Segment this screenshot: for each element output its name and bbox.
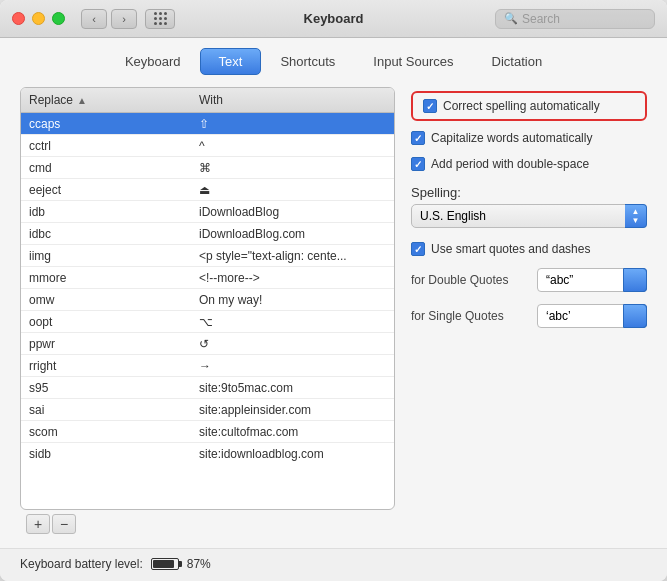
replace-cell: iimg xyxy=(21,247,191,265)
smart-quotes-row: Use smart quotes and dashes xyxy=(411,242,647,256)
table-row[interactable]: cctrl ^ xyxy=(21,135,394,157)
capitalize-checkbox[interactable] xyxy=(411,131,425,145)
add-row-button[interactable]: + xyxy=(26,514,50,534)
table-footer: + − xyxy=(20,510,395,538)
with-cell: iDownloadBlog xyxy=(191,203,394,221)
single-quotes-select-wrapper: ‘abc’ 'abc' ▲ ▼ xyxy=(537,304,647,328)
dots-icon xyxy=(154,12,167,25)
maximize-button[interactable] xyxy=(52,12,65,25)
tab-text[interactable]: Text xyxy=(200,48,262,75)
table-panel: Replace ▲ With ccaps ⇧ cctrl ^ xyxy=(20,87,395,538)
single-quotes-label: for Single Quotes xyxy=(411,309,531,323)
table-row[interactable]: eeject ⏏ xyxy=(21,179,394,201)
smart-quotes-checkbox[interactable] xyxy=(411,242,425,256)
battery-fill xyxy=(153,560,174,568)
table-row[interactable]: mmore <!--more--> xyxy=(21,267,394,289)
table-row[interactable]: sai site:appleinsider.com xyxy=(21,399,394,421)
replace-cell: ppwr xyxy=(21,335,191,353)
forward-button[interactable]: › xyxy=(111,9,137,29)
replace-cell: sai xyxy=(21,401,191,419)
nav-buttons: ‹ › xyxy=(81,9,137,29)
tab-keyboard[interactable]: Keyboard xyxy=(106,48,200,75)
close-button[interactable] xyxy=(12,12,25,25)
battery-body xyxy=(151,558,179,570)
table-row[interactable]: oopt ⌥ xyxy=(21,311,394,333)
add-period-label: Add period with double-space xyxy=(431,157,589,171)
with-cell: site:cultofmac.com xyxy=(191,423,394,441)
replace-cell: rright xyxy=(21,357,191,375)
table-row[interactable]: scom site:cultofmac.com xyxy=(21,421,394,443)
with-cell: site:idownloadblog.com xyxy=(191,445,394,463)
replace-header: Replace ▲ xyxy=(21,88,191,112)
table-row[interactable]: ccaps ⇧ xyxy=(21,113,394,135)
capitalize-label: Capitalize words automatically xyxy=(431,131,592,145)
with-cell: ⏏ xyxy=(191,181,394,199)
table-header: Replace ▲ With xyxy=(21,88,394,113)
remove-row-button[interactable]: − xyxy=(52,514,76,534)
correct-spelling-checkbox[interactable] xyxy=(423,99,437,113)
double-quotes-select-wrapper: “abc” "abc" ▲ ▼ xyxy=(537,268,647,292)
bottom-bar: Keyboard battery level: 87% xyxy=(0,548,667,581)
tabbar: Keyboard Text Shortcuts Input Sources Di… xyxy=(0,38,667,75)
table-row[interactable]: sidb site:idownloadblog.com xyxy=(21,443,394,463)
add-period-row: Add period with double-space xyxy=(411,155,647,173)
right-panel: Correct spelling automatically Capitaliz… xyxy=(411,87,647,538)
battery-icon xyxy=(151,558,179,570)
battery-label: Keyboard battery level: xyxy=(20,557,143,571)
with-cell: ^ xyxy=(191,137,394,155)
table-row[interactable]: idb iDownloadBlog xyxy=(21,201,394,223)
replace-cell: cmd xyxy=(21,159,191,177)
keyboard-window: ‹ › Keyboard 🔍 Keyboard Text Shortcuts I… xyxy=(0,0,667,581)
table-row[interactable]: rright → xyxy=(21,355,394,377)
search-icon: 🔍 xyxy=(504,12,518,25)
add-period-checkbox[interactable] xyxy=(411,157,425,171)
table-row[interactable]: iimg <p style="text-align: cente... xyxy=(21,245,394,267)
double-quotes-row: for Double Quotes “abc” "abc" ▲ ▼ xyxy=(411,268,647,292)
table-row[interactable]: cmd ⌘ xyxy=(21,157,394,179)
replace-cell: ccaps xyxy=(21,115,191,133)
with-cell: On my way! xyxy=(191,291,394,309)
spelling-select-wrapper: U.S. English Automatic by Language ▲ ▼ xyxy=(411,204,647,228)
tab-input-sources[interactable]: Input Sources xyxy=(354,48,472,75)
table-body[interactable]: ccaps ⇧ cctrl ^ cmd ⌘ eeject ⏏ xyxy=(21,113,394,463)
main-content: Replace ▲ With ccaps ⇧ cctrl ^ xyxy=(0,75,667,548)
tab-dictation[interactable]: Dictation xyxy=(473,48,562,75)
with-cell: ⌥ xyxy=(191,313,394,331)
table-row[interactable]: idbc iDownloadBlog.com xyxy=(21,223,394,245)
with-cell: ⌘ xyxy=(191,159,394,177)
single-quotes-select[interactable]: ‘abc’ 'abc' xyxy=(537,304,647,328)
with-cell: <p style="text-align: cente... xyxy=(191,247,394,265)
table-row[interactable]: ppwr ↺ xyxy=(21,333,394,355)
with-cell: ⇧ xyxy=(191,115,394,133)
with-cell: site:9to5mac.com xyxy=(191,379,394,397)
table-row[interactable]: s95 site:9to5mac.com xyxy=(21,377,394,399)
dots-button[interactable] xyxy=(145,9,175,29)
search-box[interactable]: 🔍 xyxy=(495,9,655,29)
double-quotes-select[interactable]: “abc” "abc" xyxy=(537,268,647,292)
with-cell: site:appleinsider.com xyxy=(191,401,394,419)
replace-cell: mmore xyxy=(21,269,191,287)
back-button[interactable]: ‹ xyxy=(81,9,107,29)
replace-cell: oopt xyxy=(21,313,191,331)
spelling-select[interactable]: U.S. English Automatic by Language xyxy=(411,204,647,228)
text-replacement-table: Replace ▲ With ccaps ⇧ cctrl ^ xyxy=(20,87,395,510)
replace-cell: idbc xyxy=(21,225,191,243)
battery-percent: 87% xyxy=(187,557,211,571)
replace-cell: s95 xyxy=(21,379,191,397)
with-cell: ↺ xyxy=(191,335,394,353)
smart-quotes-label: Use smart quotes and dashes xyxy=(431,242,590,256)
correct-spelling-label: Correct spelling automatically xyxy=(443,99,600,113)
capitalize-row: Capitalize words automatically xyxy=(411,129,647,147)
table-row[interactable]: omw On my way! xyxy=(21,289,394,311)
minimize-button[interactable] xyxy=(32,12,45,25)
with-cell: <!--more--> xyxy=(191,269,394,287)
window-title: Keyboard xyxy=(304,11,364,26)
with-cell: iDownloadBlog.com xyxy=(191,225,394,243)
spelling-section-label: Spelling: xyxy=(411,185,647,200)
with-header: With xyxy=(191,88,394,112)
search-input[interactable] xyxy=(522,12,646,26)
titlebar: ‹ › Keyboard 🔍 xyxy=(0,0,667,38)
replace-cell: cctrl xyxy=(21,137,191,155)
correct-spelling-box: Correct spelling automatically xyxy=(411,91,647,121)
tab-shortcuts[interactable]: Shortcuts xyxy=(261,48,354,75)
